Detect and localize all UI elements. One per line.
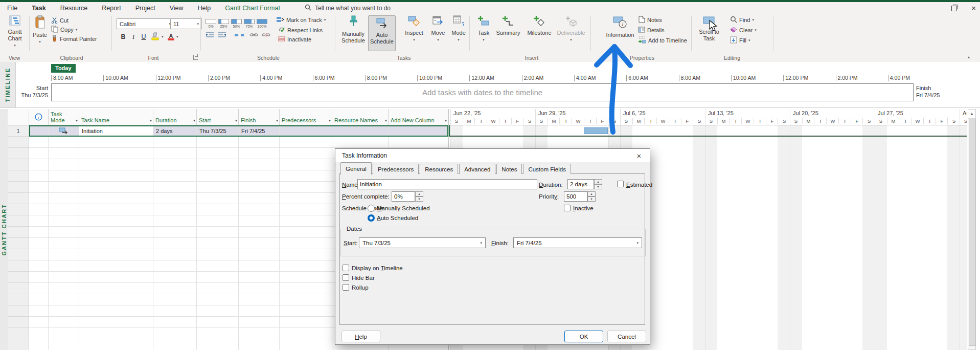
empty-cell[interactable] — [153, 227, 197, 238]
empty-cell[interactable] — [79, 328, 153, 339]
empty-cell[interactable] — [79, 317, 153, 328]
help-button[interactable]: Help — [341, 331, 380, 342]
dialog-tab-predecessors[interactable]: Predecessors — [373, 164, 419, 174]
percent-complete-75-button[interactable]: 75% — [243, 18, 255, 29]
task-row-cell-info[interactable] — [29, 125, 49, 137]
empty-cell[interactable] — [197, 227, 239, 238]
empty-cell[interactable] — [79, 170, 153, 182]
row-number-cell[interactable] — [8, 272, 29, 283]
window-restore-button[interactable] — [951, 6, 957, 11]
empty-cell[interactable] — [239, 182, 280, 193]
empty-cell[interactable] — [239, 249, 280, 260]
empty-cell[interactable] — [79, 305, 153, 317]
empty-cell[interactable] — [49, 317, 79, 328]
scrollbar-up-icon[interactable]: ▲ — [968, 110, 975, 119]
empty-cell[interactable] — [153, 204, 197, 215]
empty-cell[interactable] — [280, 182, 332, 193]
ok-button[interactable]: OK — [564, 331, 603, 342]
empty-cell[interactable] — [239, 193, 280, 204]
empty-cell[interactable] — [79, 215, 153, 227]
empty-cell[interactable] — [29, 317, 49, 328]
row-number-cell[interactable]: 1 — [8, 125, 29, 137]
gantt-chart-pane-tab[interactable]: GANTT CHART — [0, 109, 8, 350]
cancel-button[interactable]: Cancel — [607, 331, 646, 342]
bold-button[interactable]: B — [119, 32, 128, 41]
tab-report[interactable]: Report — [95, 2, 128, 14]
empty-cell[interactable] — [29, 227, 49, 238]
empty-cell[interactable] — [239, 317, 280, 328]
empty-cell[interactable] — [197, 339, 239, 350]
empty-cell[interactable] — [79, 283, 153, 294]
empty-cell[interactable] — [79, 294, 153, 305]
column-header-resource[interactable]: Resource Names▾ — [332, 109, 389, 125]
empty-cell[interactable] — [153, 238, 197, 249]
gantt-chart-view-button[interactable]: Gantt Chart ▾ — [3, 15, 27, 49]
empty-cell[interactable] — [153, 260, 197, 272]
empty-cell[interactable] — [280, 283, 332, 294]
row-number-cell[interactable] — [8, 137, 29, 148]
empty-cell[interactable] — [49, 159, 79, 170]
empty-cell[interactable] — [153, 170, 197, 182]
duration-spinner[interactable]: ▲▼ — [594, 179, 602, 189]
empty-cell[interactable] — [239, 260, 280, 272]
empty-cell[interactable] — [280, 317, 332, 328]
column-header-pred[interactable]: Predecessors▾ — [280, 109, 332, 125]
empty-cell[interactable] — [280, 238, 332, 249]
empty-cell[interactable] — [280, 148, 332, 159]
empty-cell[interactable] — [29, 294, 49, 305]
empty-cell[interactable] — [29, 272, 49, 283]
task-row-cell-name[interactable]: Initiation — [79, 125, 153, 137]
empty-cell[interactable] — [197, 328, 239, 339]
empty-cell[interactable] — [389, 137, 448, 148]
empty-cell[interactable] — [79, 339, 153, 350]
row-number-cell[interactable] — [8, 148, 29, 159]
empty-cell[interactable] — [280, 305, 332, 317]
clear-button[interactable]: Clear ▾ — [730, 26, 757, 34]
empty-cell[interactable] — [239, 328, 280, 339]
respect-links-button[interactable]: Respect Links — [278, 26, 323, 34]
empty-cell[interactable] — [29, 215, 49, 227]
row-number-cell[interactable] — [8, 227, 29, 238]
scrollbar-thumb[interactable] — [969, 119, 976, 346]
empty-cell[interactable] — [29, 305, 49, 317]
empty-cell[interactable] — [280, 215, 332, 227]
percent-complete-50-button[interactable]: 50% — [231, 18, 242, 29]
percent-spinner[interactable]: ▲▼ — [415, 191, 423, 202]
empty-cell[interactable] — [29, 148, 49, 159]
empty-cell[interactable] — [153, 215, 197, 227]
insert-milestone-button[interactable]: Milestone — [525, 15, 554, 36]
task-row-cell-duration[interactable]: 2 days — [153, 125, 197, 137]
empty-cell[interactable] — [49, 170, 79, 182]
filter-arrow-icon[interactable]: ▾ — [276, 118, 278, 124]
cut-button[interactable]: Cut — [51, 16, 69, 25]
empty-cell[interactable] — [239, 227, 280, 238]
row-number-cell[interactable] — [8, 317, 29, 328]
percent-complete-0-button[interactable]: 0% — [205, 18, 217, 29]
empty-cell[interactable] — [197, 215, 239, 227]
link-tasks-button[interactable] — [249, 31, 258, 39]
empty-cell[interactable] — [153, 159, 197, 170]
font-name-combo[interactable]: Calibri▾ — [117, 18, 174, 29]
row-number-cell[interactable] — [8, 170, 29, 182]
empty-cell[interactable] — [49, 182, 79, 193]
display-on-timeline-checkbox[interactable] — [343, 265, 349, 271]
empty-cell[interactable] — [197, 204, 239, 215]
column-header-finish[interactable]: Finish▾ — [239, 109, 280, 125]
empty-cell[interactable] — [280, 193, 332, 204]
empty-cell[interactable] — [153, 137, 197, 148]
filter-arrow-icon[interactable]: ▾ — [445, 118, 447, 124]
row-number-cell[interactable] — [8, 182, 29, 193]
empty-cell[interactable] — [280, 159, 332, 170]
row-number-cell[interactable] — [8, 283, 29, 294]
empty-cell[interactable] — [153, 305, 197, 317]
scroll-to-task-button[interactable]: Scroll to Task — [696, 15, 722, 42]
outdent-task-button[interactable] — [218, 31, 226, 39]
column-header-mode[interactable]: Task Mode▾ — [49, 109, 79, 125]
inspect-button[interactable]: ? Inspect ▾ — [402, 15, 426, 43]
row-number-cell[interactable] — [8, 238, 29, 249]
column-header-name[interactable]: Task Name▾ — [79, 109, 153, 125]
insert-summary-button[interactable]: Summary — [494, 15, 522, 36]
percent-complete-100-button[interactable]: 100% — [256, 18, 268, 29]
empty-cell[interactable] — [197, 238, 239, 249]
row-number-cell[interactable] — [8, 339, 29, 350]
